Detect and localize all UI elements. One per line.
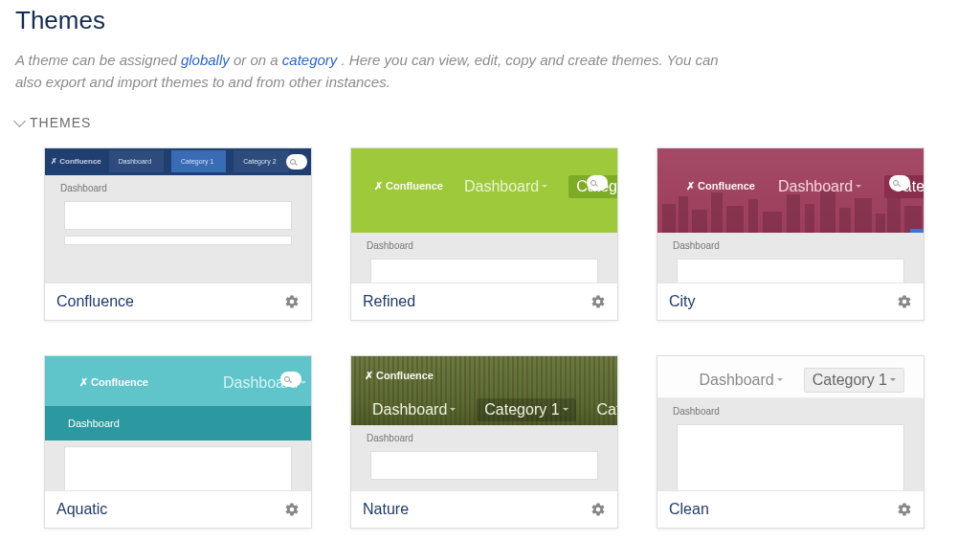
theme-card-confluence[interactable]: ✗ Confluence Dashboard Category 1 Catego… [44,147,312,321]
themes-grid: ✗ Confluence Dashboard Category 1 Catego… [15,147,965,529]
theme-name: Refined [363,293,415,310]
preview-brand: ✗ Confluence [51,157,101,166]
gear-icon[interactable] [590,502,606,517]
preview-heading: Dashboard [673,240,914,251]
svg-rect-12 [855,198,872,233]
theme-preview: ✗ Confluence Dashboard Category 1 Dashbo… [351,148,617,282]
svg-rect-8 [787,194,800,233]
svg-rect-6 [748,199,758,233]
preview-tab: Dashboard [691,369,790,392]
theme-card-footer: Clean [657,490,924,528]
svg-rect-11 [839,208,851,233]
desc-text: or on a [234,52,282,68]
theme-card-footer: Aquatic [45,490,311,528]
preview-brand: ✗ Confluence [79,376,148,389]
preview-tab: Dashboard [109,150,164,172]
preview-tab: Dashboard [365,398,463,421]
section-label: THEMES [30,115,91,130]
theme-name: Nature [363,501,409,518]
svg-rect-7 [763,212,782,233]
svg-rect-4 [711,192,723,233]
chevron-down-icon [13,115,26,127]
theme-card-nature[interactable]: ✗ Confluence Dashboard Category 1 Catego… [350,355,618,529]
theme-card-footer: Refined [351,282,617,320]
desc-text: A theme can be assigned [15,52,181,68]
theme-card-city[interactable]: ✗ Confluence Dashboard Category 1 Dashbo… [657,147,924,321]
gear-icon[interactable] [590,294,606,309]
preview-tab: Category 1 [804,368,904,393]
preview-heading: Dashboard [673,406,914,417]
globally-link[interactable]: globally [181,52,230,68]
preview-brand: ✗ Confluence [365,370,434,381]
search-icon [889,175,910,191]
theme-card-footer: City [657,282,924,320]
category-link[interactable]: category [282,52,338,68]
preview-brand: ✗ Confluence [374,180,443,192]
page-title: Themes [15,6,965,35]
preview-tab: Category 2 [234,150,288,172]
themes-section-toggle[interactable]: THEMES [15,115,965,130]
preview-tab: Category 2 [590,398,617,421]
theme-card-aquatic[interactable]: ✗ Confluence Dashboard Dashboard Aquatic [44,355,312,529]
svg-rect-13 [876,214,885,233]
theme-card-footer: Nature [351,490,617,528]
theme-name: City [669,293,696,310]
theme-preview: ✗ Confluence Dashboard Dashboard [45,356,311,490]
theme-preview: ✗ Confluence Dashboard Category 1 Catego… [351,356,617,490]
theme-card-footer: Confluence [45,282,311,320]
preview-brand: ✗ Confluence [686,180,755,192]
theme-name: Aquatic [56,501,107,518]
svg-rect-5 [726,206,744,233]
search-icon [286,154,307,169]
page-description: A theme can be assigned globally or on a… [15,49,743,94]
theme-name: Confluence [56,293,134,310]
theme-card-clean[interactable]: Dashboard Category 1 Dashboard Clean [657,355,924,529]
gear-icon[interactable] [284,294,300,309]
preview-heading: Dashboard [68,418,120,429]
theme-card-refined[interactable]: ✗ Confluence Dashboard Category 1 Dashbo… [350,147,618,321]
theme-preview: ✗ Confluence Dashboard Category 1 Catego… [45,148,311,282]
preview-heading: Dashboard [367,240,608,251]
svg-rect-14 [887,194,901,233]
theme-preview: Dashboard Category 1 Dashboard [657,356,924,490]
svg-rect-3 [692,210,707,233]
gear-icon[interactable] [897,294,912,309]
theme-preview: ✗ Confluence Dashboard Category 1 Dashbo… [657,148,924,282]
preview-heading: Dashboard [60,183,301,193]
preview-tab: Dashboard [770,175,869,198]
preview-tab: Category 1 [477,398,575,421]
preview-tab: Category 1 [171,150,226,172]
preview-tab: Dashboard [457,175,555,198]
gear-icon[interactable] [897,502,912,517]
theme-name: Clean [669,501,709,518]
search-icon [587,175,608,191]
preview-heading: Dashboard [367,433,608,443]
search-icon [280,372,301,387]
svg-rect-1 [662,204,676,233]
gear-icon[interactable] [284,502,300,517]
svg-rect-9 [805,204,814,233]
svg-rect-2 [679,196,688,233]
